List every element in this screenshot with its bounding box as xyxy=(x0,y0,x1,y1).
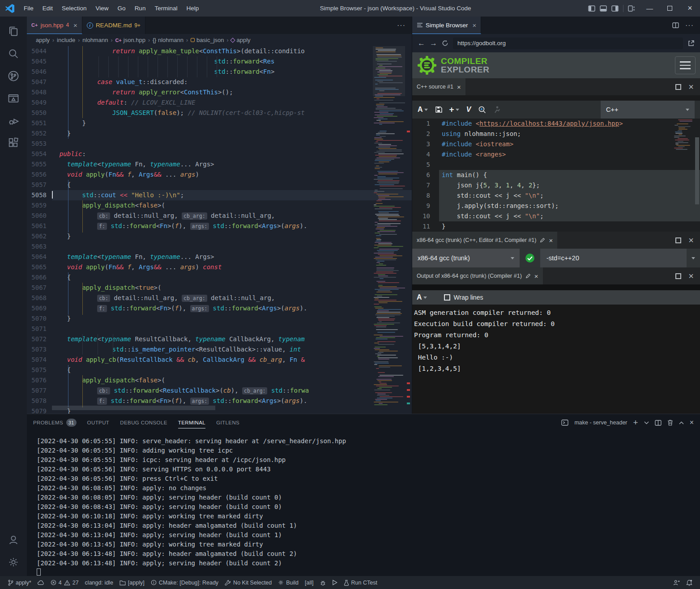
code-line[interactable]: 4#include <ranges> xyxy=(412,149,700,160)
publish-changes-button[interactable] xyxy=(34,576,47,589)
breadcrumb-item[interactable]: include xyxy=(57,37,75,43)
wrap-lines-checkbox[interactable] xyxy=(444,294,450,301)
browser-scrollbar[interactable] xyxy=(695,137,699,204)
terminal-dropdown-icon[interactable] xyxy=(644,421,649,424)
code-line[interactable]: 5044 return apply_make_tuple<ConstThis>(… xyxy=(27,46,412,56)
split-terminal-icon[interactable] xyxy=(655,420,662,426)
code-line[interactable]: 2using nlohmann::json; xyxy=(412,129,700,139)
code-line[interactable]: 5050 JSON_ASSERT(false); // NOLINT(cert-… xyxy=(27,108,412,118)
close-window-button[interactable]: × xyxy=(680,0,700,17)
code-line[interactable]: 3#include <iostream> xyxy=(412,139,700,149)
close-pane-icon[interactable]: × xyxy=(688,84,694,90)
tab-debug-console[interactable]: DEBUG CONSOLE xyxy=(120,417,167,428)
code-line[interactable]: 5063 xyxy=(27,242,412,252)
code-line[interactable]: 5060 cb: detail::null_arg, cb_arg: detai… xyxy=(27,211,412,221)
kill-terminal-trash-icon[interactable] xyxy=(667,420,673,426)
menu-terminal[interactable]: Terminal xyxy=(150,3,181,13)
code-line[interactable]: 5053 xyxy=(27,139,412,149)
ce-source-editor[interactable]: 1#include <https://localhost:8443/apply/… xyxy=(412,119,700,232)
launch-button[interactable] xyxy=(329,576,341,589)
maximize-button[interactable] xyxy=(660,0,680,17)
code-line[interactable]: 5066 { xyxy=(27,272,412,283)
back-icon[interactable]: ← xyxy=(418,39,425,48)
menu-view[interactable]: View xyxy=(92,3,113,13)
explorer-icon[interactable] xyxy=(3,20,24,42)
code-line[interactable]: 5072 template<typename ResultCallback, t… xyxy=(27,334,412,344)
code-line[interactable]: 5077 cb: std::forward<ResultCallback>(cb… xyxy=(27,386,412,396)
code-line[interactable]: 5057 { xyxy=(27,180,412,190)
code-line[interactable]: 5062 } xyxy=(27,231,412,242)
search-icon[interactable] xyxy=(3,42,24,65)
terminal-session-label[interactable]: make - serve_header xyxy=(574,420,627,426)
search-zoom-icon[interactable] xyxy=(478,106,486,114)
code-line[interactable]: 5048 return apply_error<ConstThis>(); xyxy=(27,87,412,97)
new-terminal-icon[interactable]: + xyxy=(633,418,638,428)
tab-json-hpp[interactable]: C+ json.hpp 4 × xyxy=(27,17,82,34)
more-actions-icon[interactable]: ··· xyxy=(685,21,694,30)
toggle-sidebar-icon[interactable] xyxy=(588,5,595,12)
breadcrumb-item[interactable]: {}nlohmann xyxy=(153,37,184,43)
menu-help[interactable]: Help xyxy=(182,3,203,13)
toggle-panel-icon[interactable] xyxy=(600,5,607,12)
close-pane-icon[interactable]: × xyxy=(688,237,694,243)
test-window-icon[interactable] xyxy=(3,87,24,110)
code-line[interactable]: 5071 xyxy=(27,324,412,334)
close-pane-icon[interactable]: × xyxy=(688,273,694,279)
code-line[interactable]: 5076 apply_dispatch<false>( xyxy=(27,375,412,386)
code-editor[interactable]: 5044 return apply_make_tuple<ConstThis>(… xyxy=(27,46,412,414)
code-line[interactable]: 5069 f: std::forward<Fn>(f), args: std::… xyxy=(27,303,412,314)
cmake-status[interactable]: CMake: [Debug]: Ready xyxy=(148,576,222,589)
code-line[interactable]: 5070 } xyxy=(27,314,412,324)
horizontal-scrollbar[interactable] xyxy=(52,406,215,410)
code-line[interactable]: 5054 public: xyxy=(27,149,412,159)
tab-terminal[interactable]: TERMINAL xyxy=(178,417,205,428)
ctest-button[interactable]: Run CTest xyxy=(341,576,380,589)
menu-selection[interactable]: Selection xyxy=(58,3,91,13)
extensions-icon[interactable] xyxy=(3,132,24,154)
menu-file[interactable]: File xyxy=(20,3,38,13)
breadcrumb-item[interactable]: nlohmann xyxy=(82,37,108,43)
build-button[interactable]: Build xyxy=(275,576,302,589)
font-size-button[interactable]: A xyxy=(418,106,428,114)
maximize-panel-icon[interactable] xyxy=(679,421,684,424)
minimap[interactable] xyxy=(373,46,405,408)
code-line[interactable]: 5078 f: std::forward<Fn>(f), args: std::… xyxy=(27,396,412,406)
toggle-secondary-sidebar-icon[interactable] xyxy=(611,5,619,12)
edit-pencil-icon[interactable] xyxy=(540,237,545,243)
menu-go[interactable]: Go xyxy=(114,3,130,13)
code-line[interactable]: 10 std::cout << j << "\n"; xyxy=(412,211,700,221)
code-line[interactable]: 8 std::cout << j << "\n"; xyxy=(412,191,700,201)
code-line[interactable]: 5067 apply_dispatch<true>( xyxy=(27,283,412,293)
code-line[interactable]: 5055 template<typename Fn, typename... A… xyxy=(27,159,412,169)
breadcrumb-item[interactable]: C+json.hpp xyxy=(115,37,145,43)
forward-icon[interactable]: → xyxy=(430,39,437,48)
close-icon[interactable]: × xyxy=(549,237,553,244)
code-line[interactable]: 5075 { xyxy=(27,365,412,375)
code-line[interactable]: 1#include <https://localhost:8443/apply/… xyxy=(412,119,700,129)
close-icon[interactable]: × xyxy=(457,83,461,91)
tool-person-icon[interactable] xyxy=(493,106,500,114)
maximize-pane-icon[interactable] xyxy=(675,84,681,90)
code-line[interactable]: 5059 apply_dispatch<false>( xyxy=(27,200,412,211)
breadcrumb-item[interactable]: apply xyxy=(36,37,50,43)
code-line[interactable]: 5065 void apply(Fn&& f, Args&& ... args)… xyxy=(27,262,412,272)
code-line[interactable]: 5046 std::forward<Fn> xyxy=(27,67,412,77)
language-select[interactable]: C++ xyxy=(601,101,695,119)
options-dropdown-icon[interactable] xyxy=(687,257,700,259)
code-line[interactable]: 5051 } xyxy=(27,118,412,128)
code-line[interactable]: 5061 f: std::forward<Fn>(f), args: std::… xyxy=(27,221,412,231)
minimap-slider[interactable] xyxy=(373,46,405,96)
code-line[interactable]: 7 json j{5, 3, 1, 4, 2}; xyxy=(412,180,700,191)
minimap[interactable] xyxy=(673,119,694,153)
code-line[interactable]: 5045 std::forward<Res xyxy=(27,56,412,67)
open-external-icon[interactable] xyxy=(687,40,695,47)
code-line[interactable]: 9 j.apply(std::ranges::sort); xyxy=(412,201,700,211)
source-control-icon[interactable] xyxy=(3,65,24,87)
code-line[interactable]: 5068 cb: detail::null_arg, cb_arg: detai… xyxy=(27,293,412,303)
save-icon[interactable] xyxy=(435,106,442,113)
debug-button[interactable] xyxy=(317,576,329,589)
maximize-pane-icon[interactable] xyxy=(675,273,681,279)
close-tab-icon[interactable]: × xyxy=(73,21,77,29)
code-line[interactable]: 5052 } xyxy=(27,128,412,139)
terminal-output[interactable]: [2022-04-30 06:05:55] INFO: serve_header… xyxy=(27,431,700,576)
